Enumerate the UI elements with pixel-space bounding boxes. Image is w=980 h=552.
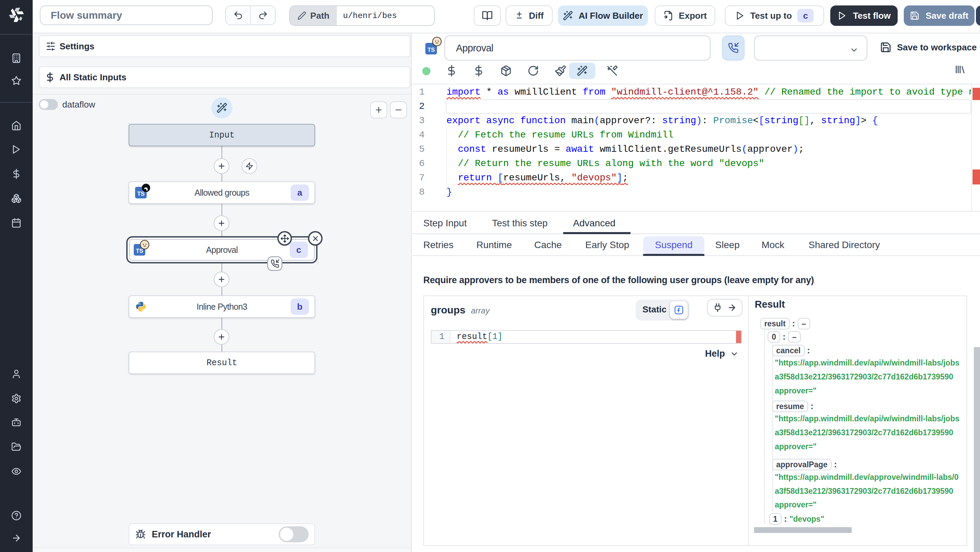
svg-text:TS: TS (427, 47, 435, 53)
